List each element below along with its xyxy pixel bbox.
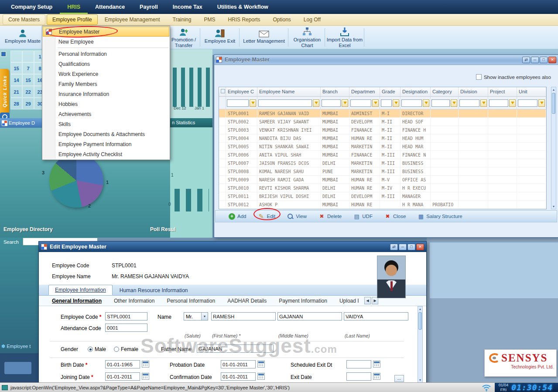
scroll-thumb[interactable] xyxy=(418,312,422,330)
scroll-down-icon[interactable]: ▼ xyxy=(418,378,422,382)
filter-funnel-icon[interactable] xyxy=(480,99,487,107)
table-row[interactable]: STPL0001RAMESH GAJANAN VAIDMUMBAIADMINIS… xyxy=(219,109,546,118)
calendar-icon[interactable] xyxy=(142,373,149,380)
filter-funnel-icon[interactable] xyxy=(313,99,319,107)
filter-input-designation[interactable] xyxy=(401,99,422,107)
column-header-departmen[interactable]: Departmen xyxy=(349,87,380,96)
restore-icon[interactable] xyxy=(390,244,398,250)
filter-funnel-icon[interactable] xyxy=(451,99,457,107)
nav-income-tax[interactable]: Income Tax xyxy=(165,0,210,14)
table-row[interactable]: STPL0008KOMAL NARESH SAHUPUNEMARKETINM-I… xyxy=(219,167,546,176)
calendar-icon[interactable] xyxy=(257,373,265,380)
quick-links-tab[interactable]: Quick Links xyxy=(0,69,9,114)
udf-button[interactable]: UDF xyxy=(353,213,373,220)
filter-input-grade[interactable] xyxy=(381,99,392,107)
organisation-chart-toolbar-button[interactable]: Organisation Chart xyxy=(290,27,325,48)
salary-structure-button[interactable]: Salary Structure xyxy=(418,213,462,220)
subtab-general-information[interactable]: General Information xyxy=(52,298,102,304)
column-header-employee-c[interactable]: Employee C xyxy=(226,87,257,96)
calendar-icon[interactable] xyxy=(373,361,380,368)
menu-item-achievements[interactable]: Achievements xyxy=(43,109,169,119)
filter-input-unit[interactable] xyxy=(518,99,537,107)
employee-code-input[interactable] xyxy=(105,312,147,320)
minimize-icon[interactable] xyxy=(399,244,407,250)
scroll-up-icon[interactable]: ▲ xyxy=(418,307,422,311)
menu-item-family-members[interactable]: Family Members xyxy=(43,79,169,89)
column-header-employee-name[interactable]: Employee Name xyxy=(257,87,321,96)
middle-name-input[interactable] xyxy=(277,312,342,320)
more-button[interactable]: ... xyxy=(394,375,404,382)
table-row[interactable]: STPL0005NITIN SHANKAR SAWAIMUMBAIMARKETI… xyxy=(219,143,546,151)
menubar-core-masters[interactable]: Core Masters xyxy=(3,14,45,25)
salute-select[interactable]: Mr. xyxy=(184,312,208,320)
maximize-icon[interactable] xyxy=(407,244,415,250)
delete-button[interactable]: Delete xyxy=(318,213,342,220)
scroll-thumb[interactable] xyxy=(552,93,555,114)
filter-funnel-icon[interactable] xyxy=(538,99,545,107)
table-row[interactable]: STPL0006ANITA VIPUL SHAHMUMBAIFINANACEM-… xyxy=(219,151,546,159)
scroll-up-icon[interactable]: ▲ xyxy=(551,87,556,92)
nav-company-setup[interactable]: Company Setup xyxy=(3,0,60,14)
wifi-icon[interactable] xyxy=(478,384,495,392)
filter-input-division[interactable] xyxy=(459,99,479,107)
table-row[interactable]: STPL0002SAMEER VIJAY SAWANTMUMBAIDEVELOP… xyxy=(219,118,546,126)
confirmation-date-input[interactable] xyxy=(221,372,256,381)
table-row[interactable]: STPL0011BRIJESH VIPUL DOSHIDELHIDEVELOPM… xyxy=(219,192,546,201)
close-icon[interactable] xyxy=(548,57,556,63)
nav-payroll[interactable]: Payroll xyxy=(132,0,165,14)
birth-date-input[interactable] xyxy=(105,360,140,368)
calendar-icon[interactable] xyxy=(257,361,265,368)
close-icon[interactable] xyxy=(416,244,424,250)
scroll-down-icon[interactable]: ▼ xyxy=(551,204,556,209)
last-name-input[interactable] xyxy=(344,312,408,320)
tab-employee-information[interactable]: Employee Information xyxy=(48,285,113,295)
import-excel-toolbar-button[interactable]: Import Data from Excel xyxy=(326,27,363,48)
menubar-employee-profile[interactable]: Employee Profile xyxy=(47,14,98,25)
column-header-branch[interactable]: Branch xyxy=(321,87,349,96)
view-button[interactable]: View xyxy=(287,213,307,220)
calendar-icon[interactable] xyxy=(373,373,380,380)
table-row[interactable]: STPL0003VENKAT KRISHNAN IYEIMUMBAIFINANA… xyxy=(219,126,546,134)
nav-utilities-workflow[interactable]: Utilities & Workflow xyxy=(210,0,276,14)
promotion-transfer-toolbar-button[interactable]: Promotion / Transfer xyxy=(168,27,199,48)
column-header-designation[interactable]: Designation xyxy=(401,87,431,96)
table-row[interactable]: STPL0010REVTI KISHOR SHARMADELHIHUMAN RE… xyxy=(219,184,546,192)
menubar-hris-reports[interactable]: HRIS Reports xyxy=(222,14,266,25)
joining-date-input[interactable] xyxy=(105,372,140,381)
filter-funnel-icon[interactable] xyxy=(423,99,429,107)
filter-input-category[interactable] xyxy=(431,99,450,107)
table-row[interactable]: STPL0007JAISON FRANSIS DCOSDELHIMARKETIN… xyxy=(219,159,546,167)
menubar-options[interactable]: Options xyxy=(267,14,296,25)
scheduled-exit-input[interactable] xyxy=(346,360,371,368)
subtab-other-information[interactable]: Other Information xyxy=(114,298,154,304)
menu-item-hobbies[interactable]: Hobbies xyxy=(43,99,169,109)
grid-vertical-scrollbar[interactable]: ▲ ▼ xyxy=(551,87,556,209)
letter-management-toolbar-button[interactable]: Letter Management xyxy=(241,27,287,48)
subtab-payment-information[interactable]: Payment Information xyxy=(279,298,327,304)
probation-date-input[interactable] xyxy=(221,360,256,368)
subtab-upload-i[interactable]: Upload I xyxy=(339,298,359,304)
subtab-scroll-left-icon[interactable]: ◀ xyxy=(364,297,371,304)
calendar-icon[interactable] xyxy=(142,361,149,368)
column-header-unit[interactable]: Unit xyxy=(517,87,546,96)
filter-input-employee-c[interactable] xyxy=(227,99,249,107)
filter-input-project[interactable] xyxy=(489,99,508,107)
employee-exit-toolbar-button[interactable]: Employee Exit xyxy=(202,27,238,48)
menu-item-new-employee[interactable]: New Employee xyxy=(43,37,169,47)
subtab-personal-information[interactable]: Personal Information xyxy=(167,298,215,304)
filter-funnel-icon[interactable] xyxy=(372,99,379,107)
close-button[interactable]: Close xyxy=(384,213,406,220)
menubar-employee-management[interactable]: Employee Management xyxy=(99,14,166,25)
attendance-code-input[interactable] xyxy=(105,324,147,332)
table-row[interactable]: STPL0004NANDITA BIJU DASMUMBAIHUMAN REM-… xyxy=(219,134,546,143)
form-vertical-scrollbar[interactable]: ▲ ▼ xyxy=(418,306,423,383)
filter-input-employee-name[interactable] xyxy=(258,99,312,107)
gender-male-radio[interactable] xyxy=(88,347,93,352)
employee-master-title-bar[interactable]: Employee Master xyxy=(214,55,558,65)
filter-funnel-icon[interactable] xyxy=(393,99,399,107)
add-button[interactable]: Add xyxy=(229,213,246,220)
filter-input-branch[interactable] xyxy=(322,99,341,107)
menu-item-insurance-information[interactable]: Insurance Information xyxy=(43,89,169,99)
column-header-grade[interactable]: Grade xyxy=(380,87,401,96)
filter-funnel-icon[interactable] xyxy=(250,99,256,107)
